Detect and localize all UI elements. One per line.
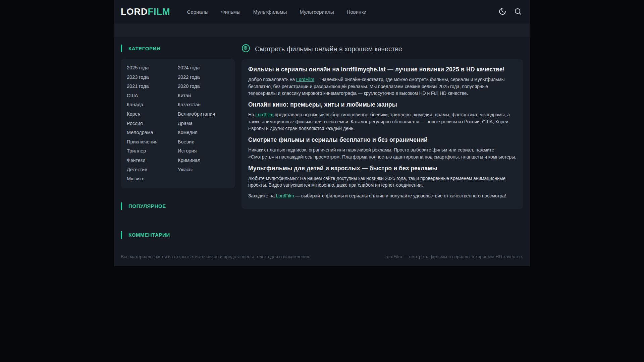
paragraph-text: Любите мультфильмы? На нашем сайте досту… [248,176,505,188]
content: КАТЕГОРИИ 2025 года 2024 года 2023 года … [114,37,530,239]
main-nav: Сериалы Фильмы Мультфильмы Мультсериалы … [187,9,366,15]
paragraph-text: — выбирайте фильмы и сериалы онлайн и по… [294,193,506,198]
category-link[interactable]: США [127,91,178,101]
seo-heading: Онлайн кино: премьеры, хиты и любимые жа… [248,101,517,108]
category-link[interactable]: Триллер [127,146,178,156]
category-link[interactable]: Корея [127,110,178,119]
footer-disclaimer: Все материалы взяты из открытых источник… [121,254,310,259]
nav-item-serialy[interactable]: Сериалы [187,9,208,15]
category-link[interactable]: Комедия [178,128,229,137]
search-icon [514,7,522,16]
main: Смотреть фильмы онлайн в хорошем качеств… [241,45,523,239]
moon-icon [498,7,506,16]
category-link[interactable]: Китай [178,91,229,101]
category-link[interactable]: 2020 года [178,82,229,91]
category-link[interactable]: 2021 года [127,82,178,91]
nav-item-multserialy[interactable]: Мультсериалы [300,9,334,15]
category-link[interactable]: Драма [178,119,229,128]
seo-paragraph: Любите мультфильмы? На нашем сайте досту… [248,175,517,189]
page-title: Смотреть фильмы онлайн в хорошем качеств… [241,45,523,53]
seo-heading: Смотрите фильмы и сериалы бесплатно и бе… [248,136,517,143]
paragraph-text: На [248,112,255,117]
page-container: LORDFILM Сериалы Фильмы Мультфильмы Муль… [114,0,530,266]
category-link[interactable]: Приключения [127,137,178,147]
seo-closing-paragraph: Заходите на LordFilm — выбирайте фильмы … [248,193,517,200]
footer: Все материалы взяты из открытых источник… [114,239,530,266]
seo-heading: Фильмы и сериалы онлайн на lordfilmyqhe.… [248,66,517,73]
category-link[interactable]: Казахстан [178,100,229,110]
seo-heading: Мультфильмы для детей и взрослых — быстр… [248,165,517,172]
category-link[interactable]: Криминал [178,156,229,165]
comments-title: КОММЕНТАРИИ [121,231,235,239]
seo-paragraph: Добро пожаловать на LordFilm — надёжный … [248,76,517,97]
logo-part-lord: LORD [121,7,148,17]
category-link[interactable]: Детектив [127,165,178,175]
category-link[interactable]: Великобритания [178,110,229,119]
category-link[interactable]: 2025 года [127,63,178,73]
paragraph-text: Никаких платных подписок, ограничений ил… [248,147,516,160]
category-link[interactable]: История [178,146,229,156]
seo-paragraph: Никаких платных подписок, ограничений ил… [248,147,517,161]
paragraph-text: Заходите на [248,193,276,198]
page-title-text: Смотреть фильмы онлайн в хорошем качеств… [255,45,402,53]
theme-toggle-button[interactable] [497,6,508,18]
popular-title: ПОПУЛЯРНОЕ [121,202,235,210]
paragraph-text: Добро пожаловать на [248,77,296,82]
nav-item-multfilmy[interactable]: Мультфильмы [253,9,287,15]
category-link[interactable]: 2023 года [127,73,178,82]
paragraph-text: представлен огромный выбор киноновинок: … [248,112,510,131]
category-link[interactable]: 2022 года [178,73,229,82]
lordfilm-link[interactable]: LordFilm [296,77,314,82]
category-link[interactable]: Боевик [178,137,229,147]
seo-card: Фильмы и сериалы онлайн на lordfilmyqhe.… [241,59,523,209]
logo[interactable]: LORDFILM [121,7,170,17]
footer-tagline: LordFilm — смотреть фильмы и сериалы в х… [384,254,523,259]
seo-paragraph: На LordFilm представлен огромный выбор к… [248,112,517,132]
categories-card: 2025 года 2024 года 2023 года 2022 года … [121,59,235,188]
logo-part-film: FILM [148,7,170,17]
category-link[interactable]: Россия [127,119,178,128]
category-link[interactable]: Канада [127,100,178,110]
header: LORDFILM Сериалы Фильмы Мультфильмы Муль… [114,0,530,23]
search-button[interactable] [513,6,523,18]
lordfilm-link[interactable]: LordFilm [255,112,273,117]
category-link[interactable]: Фэнтези [127,156,178,165]
subbar [114,23,530,37]
disc-icon [241,44,250,54]
sidebar: КАТЕГОРИИ 2025 года 2024 года 2023 года … [121,45,235,239]
category-link[interactable]: Мюзикл [127,174,178,184]
category-link[interactable]: Мелодрама [127,128,178,137]
category-link[interactable]: 2024 года [178,63,229,73]
nav-item-filmy[interactable]: Фильмы [221,9,240,15]
lordfilm-link[interactable]: LordFilm [276,193,294,198]
nav-item-novinki[interactable]: Новинки [347,9,367,15]
header-actions [497,6,523,18]
categories-title: КАТЕГОРИИ [121,45,235,52]
category-link[interactable]: Ужасы [178,165,229,175]
